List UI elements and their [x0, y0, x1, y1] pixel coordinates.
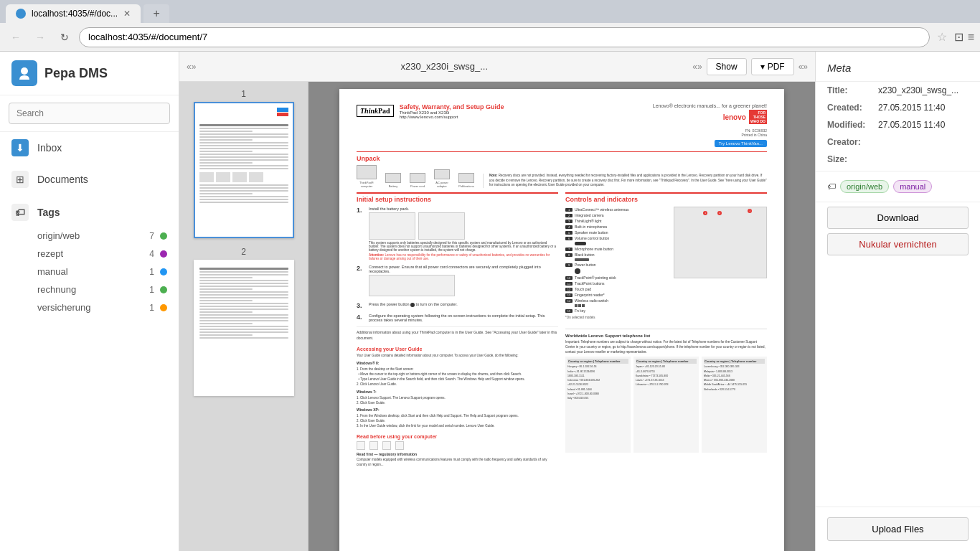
ctrl-item-2: 2 Integrated camera: [565, 212, 669, 218]
thumb2-line-17: [199, 317, 288, 319]
reload-btn[interactable]: ↻: [55, 27, 75, 47]
back-btn[interactable]: ←: [6, 27, 26, 47]
thumb-line-8: [199, 148, 288, 149]
windows8-steps: 1. From the desktop or the Start screen:…: [357, 367, 558, 387]
thumbnails-panel: 1: [179, 82, 308, 551]
ctrl-item-9: 9 Power button: [565, 262, 669, 268]
download-button[interactable]: Download: [827, 207, 969, 229]
tag-label-manual: manual: [37, 266, 68, 277]
tab-close-btn[interactable]: ✕: [123, 9, 131, 19]
tags-section: 🏷 Tags origin/web 7 rezept 4 manual 1 re…: [0, 195, 179, 319]
document-page: ThinkPad Safety, Warranty, and Setup Gui…: [339, 89, 784, 551]
step1: 1. Install the battery pack. This system…: [357, 207, 558, 260]
show-button[interactable]: Show: [707, 58, 747, 75]
sidebar-item-documents[interactable]: ⊞ Documents: [0, 164, 179, 195]
thumb-line-10: [199, 154, 288, 155]
thumb2-line-6: [199, 286, 288, 287]
thumbnail-page1[interactable]: 1: [187, 89, 301, 238]
thumb-red-accent: [277, 113, 288, 116]
tag-label-rechnung: rechnung: [37, 284, 76, 295]
bookmark-icon[interactable]: ☆: [937, 30, 947, 44]
safety-icon1: [357, 441, 365, 450]
setup-title: Initial setup instructions: [357, 192, 558, 203]
step3: 3. Press the power button to turn on the…: [357, 302, 558, 309]
thumb-line-9: [199, 151, 253, 152]
thumb-line-18: [199, 190, 288, 192]
doc-subtitle: ThinkPad X230 and X230ihttp://www.lenovo…: [400, 110, 504, 119]
tag-item-rezept[interactable]: rezept 4: [0, 245, 179, 263]
thumb2-line-2: [199, 274, 288, 276]
accessing-guide-section: Accessing your User Guide Your User Guid…: [357, 347, 558, 428]
ctrl-item-6: 6 Volume control button: [565, 235, 669, 241]
tag-item-manual[interactable]: manual 1: [0, 263, 179, 281]
delete-button[interactable]: Nukular vernichten: [827, 233, 969, 255]
doc-page-header: ThinkPad Safety, Warranty, and Setup Gui…: [357, 103, 767, 124]
browser-nav: ← → ↻ ☆ ⊡ ≡: [0, 23, 980, 52]
meta-tag2[interactable]: manual: [893, 180, 932, 193]
step1-img1: [369, 212, 415, 240]
thumb2-line-12: [199, 303, 288, 304]
thumb-line-13: [199, 162, 253, 164]
meta-tag1[interactable]: origin/web: [840, 180, 889, 193]
thumb-line-22: [199, 202, 288, 203]
search-input[interactable]: [9, 103, 170, 124]
thumb-line-5: [199, 139, 253, 141]
meta-title-value: x230_x230i_swsg_...: [878, 85, 958, 95]
tag-item-originweb[interactable]: origin/web 7: [0, 227, 179, 245]
step3-num: 3.: [357, 302, 367, 309]
active-tab[interactable]: localhost:4035/#/doc... ✕: [6, 4, 141, 23]
icon-adapter: AC poweradapter: [434, 169, 450, 188]
pdf-label: PDF: [768, 62, 785, 72]
address-bar[interactable]: [79, 27, 930, 47]
step4-text: Configure the operating system following…: [369, 314, 558, 322]
thumb-page2-image[interactable]: [194, 260, 294, 396]
lenovo-block: Lenovo® electronic manuals... for a gree…: [653, 103, 767, 124]
meta-row-modified: Modified: 27.05.2015 11:40: [816, 116, 980, 133]
thumb2-line-8: [199, 291, 288, 293]
step1-num: 1.: [357, 207, 367, 260]
windows-xp-label: Windows XP:: [357, 408, 558, 412]
for-logo: FORTHOSEWHO DO: [749, 110, 767, 124]
pdf-button[interactable]: ▾ PDF: [751, 58, 794, 75]
tag-icon: 🏷: [827, 182, 836, 192]
documents-label: Documents: [37, 174, 88, 185]
thumb2-line-13: [199, 306, 288, 307]
thumb2-line-24: [199, 337, 288, 339]
ctrl-item-11: 11 TrackPoint buttons: [565, 281, 669, 286]
sidebar-item-inbox[interactable]: ⬇ Inbox: [0, 132, 179, 164]
step4-num: 4.: [357, 314, 367, 322]
meta-modified-value: 27.05.2015 11:40: [878, 120, 945, 130]
upload-button[interactable]: Upload Files: [827, 517, 969, 541]
tag-dot-rechnung: [160, 286, 167, 293]
nav-prev-icon[interactable]: «»: [187, 62, 196, 72]
thumb-page1-num: 1: [241, 89, 246, 99]
menu-icon[interactable]: ≡: [968, 31, 974, 44]
meta-divider-2: [816, 202, 980, 202]
step1-images: [369, 212, 558, 240]
thumb2-line-20: [199, 326, 288, 327]
tag-count-manual: 1: [149, 267, 154, 277]
step1-attention: Attention: Lenovo has no responsibility …: [369, 253, 558, 260]
thumb-line-4: [199, 136, 288, 138]
viewer-toolbar: «» x230_x230i_swsg_... «» Show ▾ PDF «»: [179, 52, 815, 82]
meta-size-label: Size:: [827, 154, 874, 164]
thumb-line-19: [199, 193, 253, 194]
extensions-icon[interactable]: ⊡: [954, 30, 963, 44]
meta-row-title: Title: x230_x230i_swsg_...: [816, 82, 980, 99]
tab-favicon: [16, 9, 26, 19]
forward-btn[interactable]: →: [30, 27, 50, 47]
laptop-diagram: 1 2 1: [674, 207, 767, 278]
nav-next-icon[interactable]: «»: [692, 62, 702, 72]
table-data-col1: Hungary • 06-1-382-56-56India • +91 80 2…: [567, 364, 628, 451]
thumb-line-11: [199, 156, 288, 158]
browser-tabs: localhost:4035/#/doc... ✕ +: [0, 0, 980, 23]
thumbnail-page2[interactable]: 2: [187, 247, 301, 396]
expand-icon[interactable]: «»: [798, 62, 808, 72]
thumb-page1-image[interactable]: [194, 102, 294, 238]
tag-item-rechnung[interactable]: rechnung 1: [0, 281, 179, 298]
new-tab-btn[interactable]: +: [143, 4, 169, 23]
guide-intro: Your User Guide contains detailed inform…: [357, 354, 558, 359]
tag-item-versicherung[interactable]: versicherung 1: [0, 298, 179, 316]
controls-title: Controls and indicators: [565, 192, 767, 203]
search-container: [0, 95, 179, 132]
